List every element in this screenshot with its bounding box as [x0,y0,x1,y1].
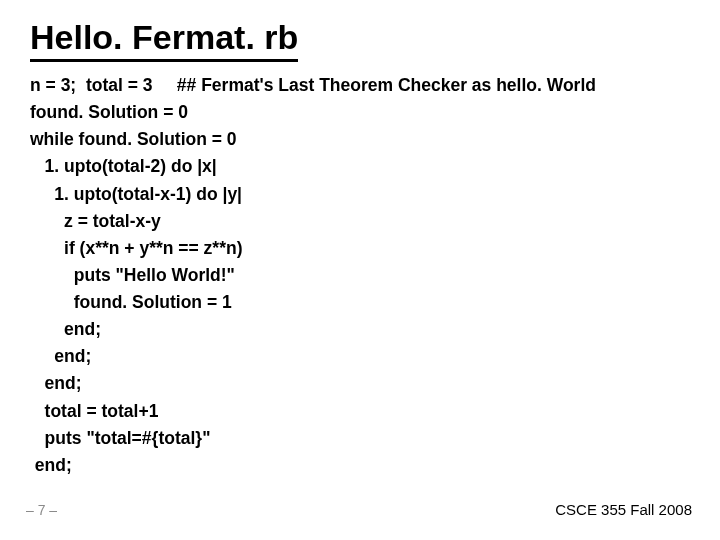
code-block: n = 3; total = 3 ## Fermat's Last Theore… [30,72,690,479]
footer-page-number: – 7 – [26,502,57,518]
footer-course: CSCE 355 Fall 2008 [555,501,692,518]
slide-title: Hello. Fermat. rb [30,18,298,62]
